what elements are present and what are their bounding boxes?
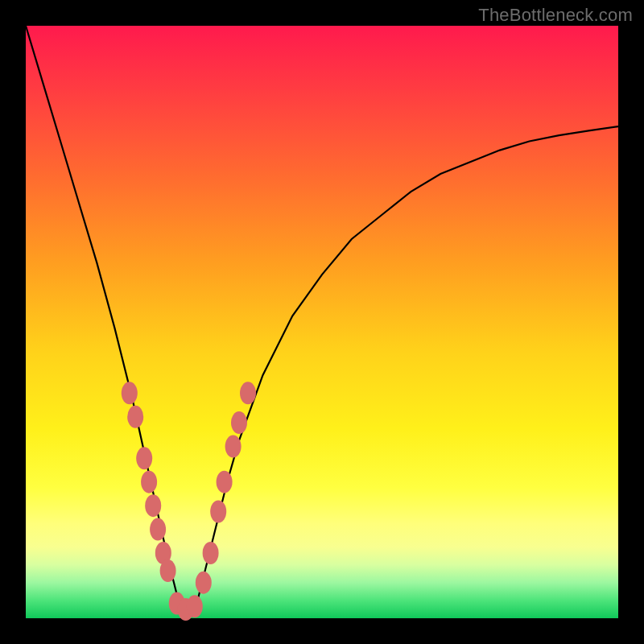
highlight-dot: [217, 471, 233, 493]
highlight-dot: [122, 382, 138, 404]
highlight-dot: [187, 595, 203, 617]
highlight-dot: [231, 411, 247, 434]
plot-area: [26, 26, 618, 618]
highlight-dot: [127, 406, 143, 428]
highlight-dot: [203, 542, 219, 564]
highlight-dot: [160, 559, 176, 582]
highlight-dot: [240, 382, 256, 404]
bottleneck-curve: [26, 26, 618, 618]
highlight-dot: [136, 447, 152, 469]
highlight-dot: [145, 494, 161, 517]
curve-layer: [26, 26, 618, 618]
marker-group: [122, 382, 256, 621]
highlight-dot: [141, 471, 157, 493]
highlight-dot: [196, 572, 212, 594]
highlight-dot: [150, 518, 166, 541]
watermark-label: TheBottleneck.com: [478, 5, 633, 26]
highlight-dot: [225, 436, 242, 458]
highlight-dot: [210, 501, 226, 523]
chart-frame: TheBottleneck.com: [0, 0, 644, 644]
